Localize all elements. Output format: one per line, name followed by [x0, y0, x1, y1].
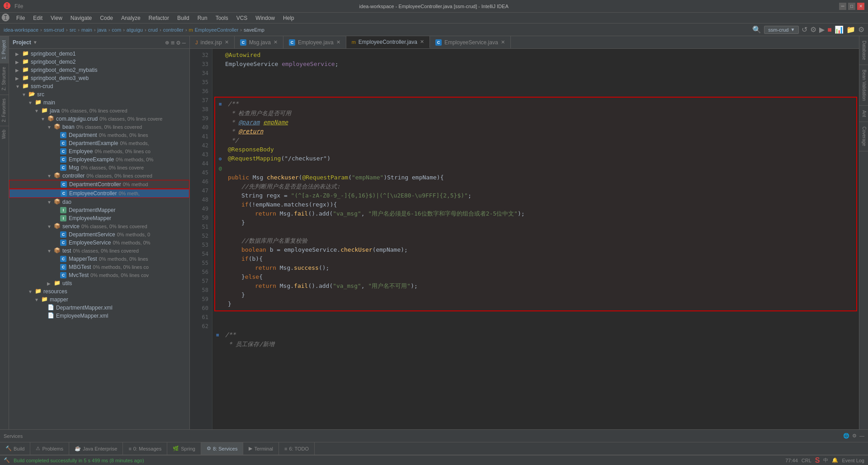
nav-employee-controller[interactable]: EmployeeController [195, 27, 239, 33]
tree-item-mvc-test[interactable]: ▶ C MvcTest 0% methods, 0% lines cov [9, 271, 189, 279]
tab-index-jsp[interactable]: J index.jsp ✕ [190, 36, 235, 48]
nav-controller[interactable]: controller [163, 27, 184, 33]
tab-close-icon[interactable]: ✕ [274, 39, 278, 45]
right-tab-database[interactable]: Database [859, 36, 868, 65]
tree-item-test-pkg[interactable]: ▼ 📦 test 0% classes, 0% lines covered [9, 247, 189, 255]
panel-collapse-icon[interactable]: ≡ [171, 39, 175, 46]
nav-java[interactable]: java [97, 27, 106, 33]
nav-coverage-icon[interactable]: 📊 [835, 25, 844, 34]
bottom-tab-problems[interactable]: ⚠ Problems [30, 442, 69, 455]
nav-stop-icon[interactable]: ■ [827, 26, 832, 34]
services-minimize-icon[interactable]: — [859, 433, 864, 439]
position-indicator[interactable]: 77:44 [785, 458, 798, 463]
language-indicator[interactable]: 中 [823, 457, 828, 464]
code-content[interactable]: @Autowired EmployeeService employeeServi… [212, 49, 859, 429]
tree-item-springboot-demo3-web[interactable]: ▶ 📁 springboot_demo3_web [9, 74, 189, 82]
right-tab-ant[interactable]: Ant [859, 106, 868, 122]
tree-item-resources[interactable]: ▼ 📁 resources [9, 287, 189, 296]
panel-settings-icon[interactable]: ⚙ [176, 39, 180, 46]
panel-locate-icon[interactable]: ⊕ [165, 39, 169, 46]
panel-dropdown-arrow[interactable]: ▼ [34, 40, 37, 45]
tab-close-icon[interactable]: ✕ [336, 39, 340, 45]
nav-workspace[interactable]: idea-workspace [4, 27, 38, 33]
tree-item-department-mapper-xml[interactable]: ▶ 📄 DepartmentMapper.xml [9, 304, 189, 312]
bottom-tab-build[interactable]: 🔨 Build [0, 442, 30, 455]
menu-vcs[interactable]: VCS [233, 14, 251, 22]
nav-refresh-icon[interactable]: ↺ [802, 25, 807, 34]
tree-item-mbg-test[interactable]: ▶ C MBGTest 0% methods, 0% lines co [9, 263, 189, 271]
menu-edit[interactable]: Edit [29, 14, 46, 22]
bottom-tab-services[interactable]: ⚙ 8: Services [201, 442, 243, 455]
nav-crud[interactable]: crud [148, 27, 158, 33]
tree-item-main[interactable]: ▼ 📁 main [9, 99, 189, 107]
project-dropdown[interactable]: ssm-crud ▼ [764, 26, 799, 34]
tree-item-src[interactable]: ▼ 📂 src [9, 90, 189, 99]
tree-item-mapper-test[interactable]: ▶ C MapperTest 0% methods, 0% lines [9, 255, 189, 263]
menu-navigate[interactable]: Navigate [67, 14, 95, 22]
nav-run-icon[interactable]: ▶ [819, 25, 825, 34]
tree-item-service-pkg[interactable]: ▼ 📦 service 0% classes, 0% lines covered [9, 222, 189, 230]
tree-item-controller-pkg[interactable]: ▼ 📦 controller 0% classes, 0% lines cove… [9, 172, 189, 180]
nav-profile-icon[interactable]: 📁 [846, 25, 855, 34]
nav-search-icon[interactable]: 🔍 [752, 25, 761, 34]
tree-item-employee-example[interactable]: ▶ C EmployeeExample 0% methods, 0% [9, 155, 189, 164]
tree-item-department[interactable]: ▶ C Department 0% methods, 0% lines [9, 131, 189, 139]
menu-view[interactable]: View [47, 14, 66, 22]
nav-ssm-crud[interactable]: ssm-crud [44, 27, 64, 33]
menu-file[interactable]: File [13, 14, 28, 22]
bottom-tab-spring[interactable]: 🌿 Spring [167, 442, 201, 455]
tab-employee-java[interactable]: C Employee.java ✕ [283, 36, 346, 48]
nav-atguigu[interactable]: atguigu [127, 27, 143, 33]
nav-main[interactable]: main [81, 27, 92, 33]
notification-icon[interactable]: 🔔 [832, 457, 838, 463]
tree-item-package-root[interactable]: ▼ 📦 com.atguigu.crud 0% classes, 0% line… [9, 115, 189, 123]
maximize-button[interactable]: □ [848, 3, 855, 10]
menu-refactor[interactable]: Refactor [145, 14, 173, 22]
nav-settings-icon[interactable]: ⚙ [858, 25, 864, 34]
tree-item-msg[interactable]: ▶ C Msg 0% classes, 0% lines covere [9, 164, 189, 172]
event-log-icon[interactable]: Event Log [842, 458, 864, 463]
tree-item-employee[interactable]: ▶ C Employee 0% methods, 0% lines co [9, 147, 189, 155]
tab-close-icon[interactable]: ✕ [501, 39, 505, 45]
close-button[interactable]: ✕ [857, 3, 864, 10]
web-tab[interactable]: Web [0, 126, 9, 142]
right-tab-bean-validation[interactable]: Bean Validation [859, 65, 868, 106]
nav-build-icon[interactable]: ⚙ [810, 25, 816, 34]
project-tab[interactable]: 1: Project [0, 36, 9, 63]
tree-item-department-controller[interactable]: ▶ C DepartmentController 0% method [9, 180, 189, 189]
tree-item-department-mapper[interactable]: ▶ I DepartmentMapper [9, 206, 189, 214]
menu-help[interactable]: Help [279, 14, 298, 22]
tab-msg-java[interactable]: C Msg.java ✕ [235, 36, 283, 48]
tree-item-employee-service[interactable]: ▶ C EmployeeService 0% methods, 0% [9, 239, 189, 247]
tree-item-springboot-demo2-mybatis[interactable]: ▶ 📁 springboot_demo2_mybatis [9, 66, 189, 74]
menu-tools[interactable]: Tools [212, 14, 232, 22]
nav-com[interactable]: com [112, 27, 121, 33]
services-globe-icon[interactable]: 🌐 [843, 433, 849, 439]
right-tab-coverage[interactable]: Coverage [859, 122, 868, 151]
tab-close-icon[interactable]: ✕ [420, 39, 424, 45]
tab-employee-controller-java[interactable]: m EmployeeController.java ✕ [346, 36, 430, 48]
tree-item-springboot-demo1[interactable]: ▶ 📁 springboot_demo1 [9, 50, 189, 58]
tree-item-utils[interactable]: ▶ 📁 utils [9, 279, 189, 287]
tree-item-mapper-folder[interactable]: ▼ 📁 mapper [9, 296, 189, 304]
services-settings-icon[interactable]: ⚙ [852, 433, 857, 439]
menu-build[interactable]: Build [174, 14, 193, 22]
tree-item-dao-pkg[interactable]: ▼ 📦 dao [9, 198, 189, 206]
panel-hide-icon[interactable]: — [182, 39, 186, 46]
tree-item-ssm-crud[interactable]: ▼ 📁 ssm-crud [9, 82, 189, 90]
tree-item-employee-mapper-xml[interactable]: ▶ 📄 EmployeeMapper.xml [9, 312, 189, 320]
menu-run[interactable]: Run [194, 14, 211, 22]
encoding-indicator[interactable]: CRL [802, 458, 811, 463]
tab-close-icon[interactable]: ✕ [225, 39, 229, 45]
bottom-tab-todo[interactable]: ≡ 6: TODO [279, 442, 315, 455]
menu-window[interactable]: Window [252, 14, 278, 22]
tree-item-bean[interactable]: ▼ 📦 bean 0% classes, 0% lines covered [9, 123, 189, 131]
nav-src[interactable]: src [70, 27, 76, 33]
menu-code[interactable]: Code [96, 14, 117, 22]
tree-item-department-example[interactable]: ▶ C DepartmentExample 0% methods, [9, 139, 189, 147]
bottom-tab-messages[interactable]: ≡ 0: Messages [123, 442, 167, 455]
minimize-button[interactable]: ─ [839, 3, 846, 10]
tree-item-employee-controller[interactable]: ▶ C EmployeeController 0% meth, [9, 189, 189, 198]
tree-item-employee-mapper[interactable]: ▶ I EmployeeMapper [9, 214, 189, 222]
menu-analyze[interactable]: Analyze [118, 14, 144, 22]
